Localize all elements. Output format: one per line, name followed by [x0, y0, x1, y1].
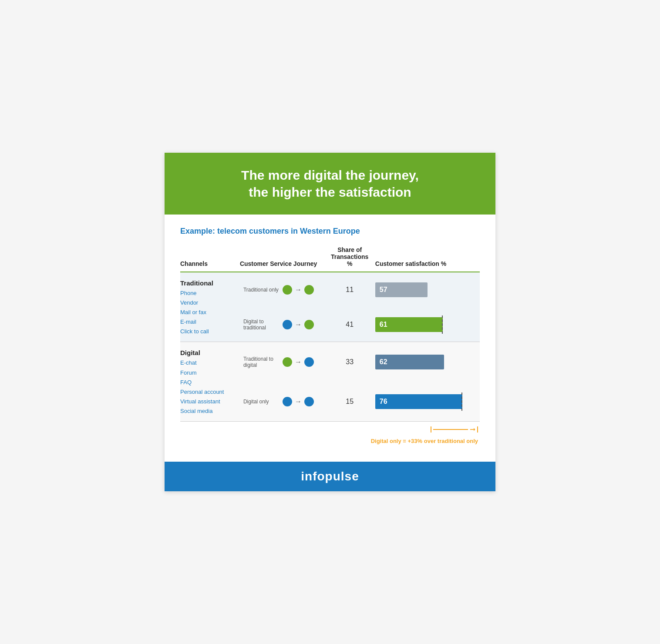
- annotation-arrow-row: ➞: [431, 425, 480, 433]
- dashed-marker: [442, 315, 443, 334]
- satisfaction-bar: 76: [375, 394, 462, 409]
- annotation-arrow-icon: ➞: [470, 425, 475, 433]
- journey-label: Digital to traditional: [243, 319, 283, 331]
- satisfaction-bar: 62: [375, 355, 444, 369]
- annotation-area: ➞ Digital only = +33% over traditional o…: [180, 423, 480, 444]
- journey-arrow-icon: →: [295, 321, 302, 329]
- journey-cell: Digital only→: [240, 382, 329, 421]
- dot-to: [304, 357, 314, 367]
- satisfaction-bar-value: 61: [380, 321, 387, 329]
- share-cell: 15: [329, 382, 371, 421]
- satisfaction-cell: 62: [371, 342, 480, 382]
- channel-item: Social media: [180, 406, 236, 416]
- journey-label: Traditional to digital: [243, 356, 283, 368]
- journey-cell: Traditional only→: [240, 272, 329, 307]
- channel-item: E-mail: [180, 317, 236, 327]
- share-cell: 33: [329, 342, 371, 382]
- share-cell: 11: [329, 272, 371, 307]
- channel-item: Personal account: [180, 387, 236, 397]
- subtitle: Example: telecom customers in Western Eu…: [180, 227, 480, 236]
- satisfaction-cell: 61: [371, 307, 480, 342]
- channel-item: Forum: [180, 368, 236, 378]
- channel-name-digital: Digital: [180, 349, 236, 356]
- channel-item: Click to call: [180, 327, 236, 336]
- dot-to: [304, 285, 314, 295]
- col-header-channels: Channels: [180, 246, 240, 272]
- footer: infopulse: [165, 462, 495, 491]
- satisfaction-bar: 57: [375, 282, 428, 297]
- table-row: TraditionalPhoneVendorMail or faxE-mailC…: [180, 272, 480, 307]
- channel-item: FAQ: [180, 378, 236, 387]
- annotation-tick-left: [431, 426, 431, 433]
- channel-name-traditional: Traditional: [180, 279, 236, 287]
- channel-cell-traditional: TraditionalPhoneVendorMail or faxE-mailC…: [180, 272, 240, 342]
- main-content: Example: telecom customers in Western Eu…: [165, 215, 495, 453]
- main-card: The more digital the journey, the higher…: [165, 153, 495, 491]
- satisfaction-bar-value: 62: [380, 358, 387, 366]
- header-title: The more digital the journey, the higher…: [182, 167, 478, 201]
- journey-arrow-icon: →: [295, 358, 302, 366]
- brand-name: infopulse: [172, 470, 488, 483]
- col-header-satisfaction: Customer satisfaction %: [371, 246, 480, 272]
- header-banner: The more digital the journey, the higher…: [165, 153, 495, 215]
- annotation-text: Digital only = +33% over traditional onl…: [371, 438, 480, 444]
- channel-item: Phone: [180, 288, 236, 298]
- journey-cell: Digital to traditional→: [240, 307, 329, 342]
- table-row: DigitalE-chatForumFAQPersonal accountVir…: [180, 342, 480, 382]
- dot-from: [283, 357, 292, 367]
- col-header-journey: Customer Service Journey: [240, 246, 329, 272]
- channel-item: Mail or fax: [180, 308, 236, 317]
- journey-cell: Traditional to digital→: [240, 342, 329, 382]
- dot-from: [283, 397, 292, 406]
- channel-item: Vendor: [180, 298, 236, 308]
- share-cell: 41: [329, 307, 371, 342]
- satisfaction-bar-value: 57: [380, 286, 387, 294]
- annotation-tick-right: [477, 426, 478, 433]
- dot-to: [304, 320, 314, 329]
- channel-item: E-chat: [180, 358, 236, 368]
- dot-to: [304, 397, 314, 406]
- journey-label: Traditional only: [243, 287, 283, 293]
- annotation-line: [433, 429, 468, 430]
- satisfaction-cell: 57: [371, 272, 480, 307]
- channel-item: Virtual assistant: [180, 397, 236, 406]
- journey-label: Digital only: [243, 399, 283, 405]
- satisfaction-bar-value: 76: [380, 398, 387, 406]
- journey-arrow-icon: →: [295, 286, 302, 294]
- satisfaction-bar: 61: [375, 317, 443, 332]
- col-header-share: Share of Transactions %: [329, 246, 371, 272]
- dot-from: [283, 320, 292, 329]
- journey-arrow-icon: →: [295, 398, 302, 406]
- channel-cell-digital: DigitalE-chatForumFAQPersonal accountVir…: [180, 342, 240, 422]
- data-table: Channels Customer Service Journey Share …: [180, 246, 480, 422]
- satisfaction-cell: 76: [371, 382, 480, 421]
- dashed-marker: [461, 392, 462, 411]
- dot-from: [283, 285, 292, 295]
